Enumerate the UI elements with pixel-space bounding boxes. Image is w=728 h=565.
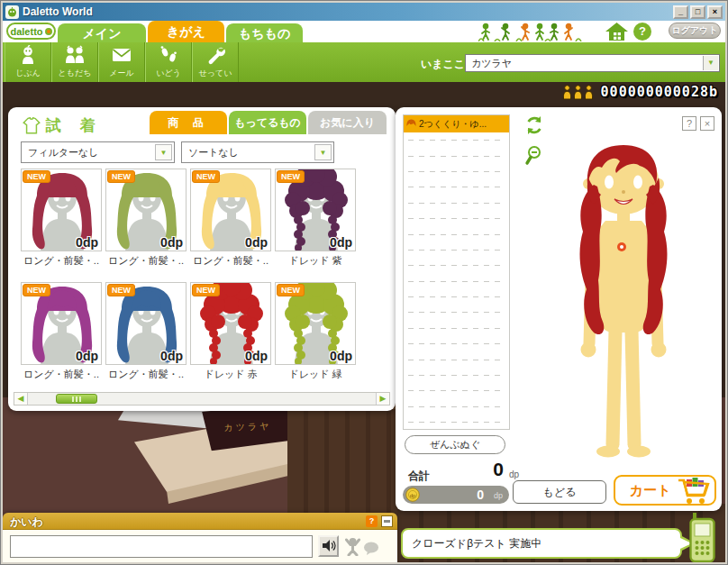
status-bubble: クローズドβテスト 実施中	[401, 528, 682, 559]
empty-slot-row	[404, 351, 509, 367]
mobile-phone-icon[interactable]	[689, 513, 716, 562]
friends-icon	[63, 45, 86, 65]
item-image: NEW 0dp	[275, 282, 356, 365]
scrollbar-thumb[interactable]	[56, 394, 97, 404]
shop-item-card[interactable]: NEW 0dp ロング・前髪・..	[105, 282, 187, 396]
shop-item-card[interactable]: NEW 0dp ドレッド 赤	[190, 282, 271, 396]
toolbar-item-mail[interactable]: メール	[98, 42, 145, 82]
chevron-down-icon[interactable]: ▼	[703, 56, 718, 70]
shop-item-card[interactable]: NEW 0dp ロング・前髪・..	[190, 169, 271, 282]
item-price: 0dp	[330, 349, 352, 363]
chevron-down-icon[interactable]: ▼	[155, 144, 172, 160]
new-badge: NEW	[107, 284, 135, 296]
horizontal-scrollbar[interactable]: ◀ ▶	[14, 392, 390, 406]
new-badge: NEW	[23, 170, 50, 183]
scroll-left-icon[interactable]: ◀	[14, 393, 28, 405]
empty-slot-row	[404, 368, 509, 383]
daletto-logo[interactable]: daletto	[6, 23, 56, 40]
avatar-preview	[529, 127, 718, 478]
svg-text:dp: dp	[410, 493, 416, 498]
toolbar-band: じぶん ともだち メール いどう せってい いまここ カツラヤ ▼	[3, 42, 725, 82]
cart-icon	[675, 473, 711, 509]
status-message: クローズドβテスト 実施中	[412, 537, 541, 550]
empty-slot-row	[404, 226, 509, 241]
item-price: 0dp	[330, 235, 352, 250]
avatar-figure	[529, 127, 718, 478]
empty-slot-row	[404, 336, 509, 351]
item-price: 0dp	[76, 349, 98, 363]
speaker-button[interactable]	[318, 535, 339, 557]
item-image: NEW 0dp	[190, 169, 271, 251]
filter-select[interactable]: フィルターなし ▼	[21, 141, 175, 163]
close-button[interactable]: ×	[707, 5, 723, 19]
chevron-down-icon[interactable]: ▼	[314, 144, 332, 160]
location-select[interactable]: カツラヤ ▼	[465, 54, 720, 72]
chat-body	[3, 530, 397, 562]
wallet-balance: dp 0 dp	[403, 486, 509, 504]
undress-all-button[interactable]: ぜんぶぬぐ	[405, 435, 505, 454]
item-image: NEW 0dp	[105, 282, 187, 365]
shop-item-card[interactable]: NEW 0dp ロング・前髪・..	[21, 282, 102, 396]
window-titlebar: Daletto World _ □ ×	[3, 3, 725, 21]
empty-slot-row	[404, 305, 509, 320]
shop-tab-owned[interactable]: もってるもの	[229, 111, 306, 134]
shop-item-card[interactable]: NEW 0dp ドレッド 紫	[275, 169, 356, 282]
empty-slot-row	[404, 196, 509, 211]
shop-item-card[interactable]: NEW 0dp ロング・前髪・..	[105, 169, 187, 282]
scroll-right-icon[interactable]: ▶	[376, 393, 389, 405]
empty-slot-row	[404, 289, 509, 305]
shop-item-card[interactable]: NEW 0dp ロング・前髪・..	[21, 169, 102, 282]
item-price: 0dp	[245, 349, 268, 363]
worn-item-label: 2つくくり・ゆ...	[419, 118, 487, 131]
tab-kigae[interactable]: きがえ	[148, 21, 224, 42]
chat-help-icon[interactable]: ?	[366, 515, 378, 527]
toolbar-item-idou[interactable]: いどう	[145, 42, 192, 82]
back-button[interactable]: もどる	[513, 480, 606, 504]
shop-item-card[interactable]: NEW 0dp ドレッド 緑	[275, 282, 356, 396]
sort-select[interactable]: ソートなし ▼	[181, 141, 334, 163]
tab-mochimono[interactable]: もちもの	[226, 23, 303, 42]
toolbar-item-jibun[interactable]: じぶん	[5, 42, 51, 82]
person-icon	[584, 85, 594, 100]
person-icon	[573, 85, 583, 100]
game-area: カツラヤ 000000000028b 試 着 商 品 もってるもの お気に入り …	[3, 82, 725, 562]
daletto-logo-label: daletto	[10, 26, 42, 37]
toolbar-label: じぶん	[5, 68, 50, 79]
empty-slot-row	[404, 179, 509, 195]
maximize-button[interactable]: □	[690, 5, 705, 19]
tab-main[interactable]: メイン	[58, 23, 146, 42]
emote-person-icon[interactable]	[344, 537, 361, 560]
logout-button[interactable]: ログアウト	[669, 23, 721, 39]
item-name: ロング・前髪・..	[21, 254, 102, 268]
shop-tab-favorites[interactable]: お気に入り	[308, 111, 387, 134]
worn-item-row[interactable]: 2つくくり・ゆ...	[404, 115, 509, 132]
minimize-button[interactable]: _	[673, 5, 688, 19]
item-name: ロング・前髪・..	[190, 254, 271, 268]
cart-button[interactable]: カート	[614, 475, 716, 506]
empty-slot-row	[404, 164, 509, 179]
item-price: 0dp	[76, 235, 98, 250]
item-image: NEW 0dp	[21, 169, 102, 251]
item-image: NEW 0dp	[275, 169, 356, 251]
tshirt-icon	[23, 117, 41, 134]
toolbar-item-settei[interactable]: せってい	[192, 42, 239, 82]
chat-input[interactable]	[10, 535, 313, 558]
new-badge: NEW	[277, 284, 305, 296]
help-icon[interactable]: ?	[633, 23, 651, 41]
total-unit: dp	[509, 469, 519, 479]
empty-slot-row	[404, 211, 509, 226]
item-name: ロング・前髪・..	[21, 368, 102, 381]
daletto-logo-target-icon	[45, 28, 52, 35]
avatar-panel: 2つくくり・ゆ... ? ×	[396, 107, 722, 511]
toolbar-item-tomodachi[interactable]: ともだち	[51, 42, 98, 82]
coin-icon: dp	[405, 488, 420, 502]
shop-panel-title-text: 試 着	[46, 115, 103, 136]
item-name: ロング・前髪・..	[105, 254, 187, 268]
chat-window-icon[interactable]	[381, 515, 393, 527]
fitting-shop-panel: 試 着 商 品 もってるもの お気に入り フィルターなし ▼ ソートなし ▼ N…	[8, 107, 396, 411]
item-image: NEW 0dp	[190, 282, 271, 365]
toolbar-label: いどう	[146, 68, 191, 79]
speech-bubble-icon[interactable]	[363, 542, 379, 560]
shop-tab-goods[interactable]: 商 品	[150, 111, 227, 134]
new-badge: NEW	[23, 284, 50, 296]
